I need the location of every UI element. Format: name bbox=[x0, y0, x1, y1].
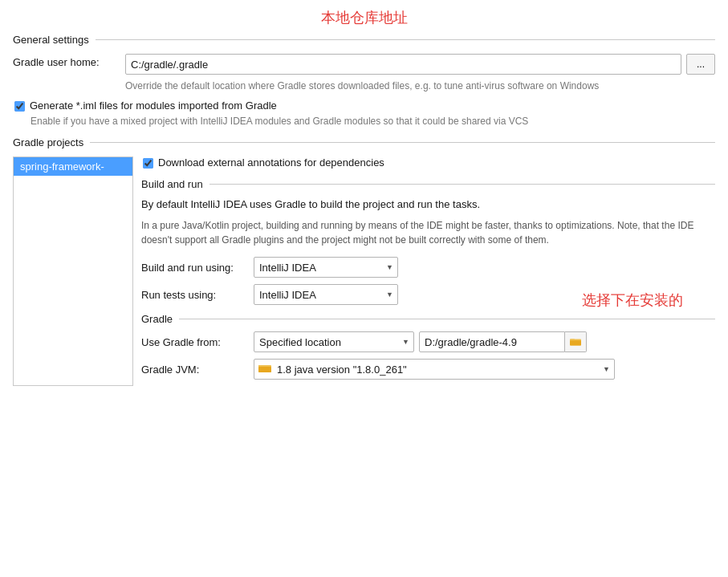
download-annotations-label: Download external annotations for depend… bbox=[158, 156, 384, 169]
generate-iml-row: Generate *.iml files for modules importe… bbox=[13, 100, 715, 112]
download-annotations-row: Download external annotations for depend… bbox=[141, 156, 715, 169]
gradle-path-group bbox=[419, 331, 587, 352]
gradle-user-home-label: Gradle user home: bbox=[13, 54, 125, 68]
build-and-run-using-label: Build and run using: bbox=[141, 262, 254, 274]
build-run-desc2: In a pure Java/Kotlin project, building … bbox=[141, 218, 715, 247]
use-gradle-from-group: Specified location Gradle wrapper Local … bbox=[254, 331, 715, 352]
build-and-run-using-row: Build and run using: IntelliJ IDEA Gradl… bbox=[141, 257, 715, 278]
gradle-jvm-row: Gradle JVM: 1.8 java version "1.8.0_261" bbox=[141, 359, 715, 380]
generate-iml-hint: Enable if you have a mixed project with … bbox=[13, 115, 715, 128]
gradle-user-home-browse-button[interactable]: ... bbox=[686, 54, 715, 75]
gradle-jvm-select[interactable]: 1.8 java version "1.8.0_261" bbox=[254, 359, 615, 380]
svg-rect-2 bbox=[570, 340, 581, 345]
annotation-local-repo: 本地仓库地址 bbox=[13, 8, 715, 27]
gradle-path-browse-button[interactable] bbox=[565, 331, 587, 352]
annotation-select-download: 选择下在安装的 bbox=[582, 291, 683, 310]
build-and-run-title: Build and run bbox=[141, 178, 715, 190]
build-and-run-using-dropdown-container: IntelliJ IDEA Gradle bbox=[254, 257, 398, 278]
project-list: spring-framework- bbox=[13, 156, 133, 387]
gradle-user-home-input-group: ... bbox=[125, 54, 715, 75]
use-gradle-from-row: Use Gradle from: Specified location Grad… bbox=[141, 331, 715, 352]
general-settings-title: General settings bbox=[13, 34, 715, 46]
gradle-user-home-row: Gradle user home: ... bbox=[13, 54, 715, 75]
gradle-projects-title: Gradle projects bbox=[13, 136, 715, 148]
run-tests-using-label: Run tests using: bbox=[141, 289, 254, 301]
gradle-user-home-hint: Override the default location where Grad… bbox=[13, 79, 715, 93]
projects-section: spring-framework- Download external anno… bbox=[13, 156, 715, 387]
download-annotations-checkbox[interactable] bbox=[143, 158, 153, 169]
build-run-desc1: By default IntelliJ IDEA uses Gradle to … bbox=[141, 197, 715, 213]
gradle-path-input[interactable] bbox=[419, 331, 565, 352]
folder-icon bbox=[570, 336, 581, 347]
use-gradle-from-select[interactable]: Specified location Gradle wrapper Local … bbox=[254, 331, 414, 352]
run-tests-using-select[interactable]: IntelliJ IDEA Gradle bbox=[254, 284, 398, 305]
use-gradle-from-label: Use Gradle from: bbox=[141, 336, 254, 348]
build-and-run-using-select[interactable]: IntelliJ IDEA Gradle bbox=[254, 257, 398, 278]
settings-panel: 本地仓库地址 General settings Gradle user home… bbox=[0, 0, 728, 399]
project-item-spring[interactable]: spring-framework- bbox=[14, 157, 132, 176]
gradle-jvm-dropdown-container: 1.8 java version "1.8.0_261" ▼ bbox=[254, 359, 615, 380]
generate-iml-label: Generate *.iml files for modules importe… bbox=[30, 100, 277, 112]
use-gradle-from-dropdown-container: Specified location Gradle wrapper Local … bbox=[254, 331, 414, 352]
gradle-subsection-title: Gradle bbox=[141, 313, 715, 325]
generate-iml-checkbox[interactable] bbox=[14, 101, 25, 112]
run-tests-using-dropdown-container: IntelliJ IDEA Gradle bbox=[254, 284, 398, 305]
gradle-subsection-wrapper: Gradle 选择下在安装的 Use Gradle from: Specifie… bbox=[141, 313, 715, 380]
project-settings: Download external annotations for depend… bbox=[141, 156, 715, 387]
gradle-user-home-input[interactable] bbox=[125, 54, 681, 75]
gradle-jvm-label: Gradle JVM: bbox=[141, 364, 254, 376]
